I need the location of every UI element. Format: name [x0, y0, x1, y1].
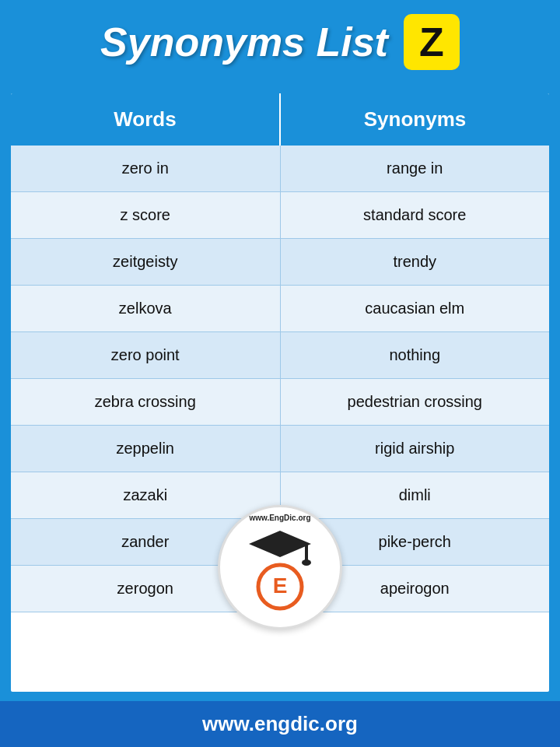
synonym-cell: caucasian elm: [280, 286, 549, 332]
synonym-cell: rigid airship: [280, 426, 549, 472]
word-cell: z score: [11, 192, 280, 239]
word-cell: zeppelin: [11, 426, 280, 472]
table-row: zelkovacaucasian elm: [11, 286, 549, 332]
word-cell: zelkova: [11, 286, 280, 332]
table-header-row: Words Synonyms: [11, 93, 549, 146]
synonym-cell: dimli: [280, 472, 549, 519]
page-header: Synonyms List Z: [0, 0, 560, 84]
word-cell: zeitgeisty: [11, 239, 280, 286]
table-row: zebra crossingpedestrian crossing: [11, 379, 549, 426]
cap-stem: [305, 544, 308, 561]
footer-url: www.engdic.org: [202, 712, 358, 735]
words-column-header: Words: [11, 93, 280, 146]
synonym-cell: nothing: [280, 332, 549, 379]
synonym-cell: standard score: [280, 192, 549, 239]
e-letter: E: [273, 573, 288, 598]
table-row: zeitgeistytrendy: [11, 239, 549, 286]
logo-svg: E: [229, 517, 331, 618]
table-row: z scorestandard score: [11, 192, 549, 239]
synonyms-column-header: Synonyms: [280, 93, 549, 146]
word-cell: zebra crossing: [11, 379, 280, 426]
logo-watermark: E www.EngDic.org: [218, 505, 342, 630]
synonym-cell: range in: [280, 146, 549, 192]
letter-badge: Z: [404, 14, 460, 70]
word-cell: zero point: [11, 332, 280, 379]
word-cell: zero in: [11, 146, 280, 192]
table-row: zeppelinrigid airship: [11, 426, 549, 472]
page-footer: www.engdic.org: [0, 701, 560, 747]
page-title: Synonyms List: [100, 19, 388, 65]
cap-icon: [249, 531, 311, 557]
synonym-cell: pedestrian crossing: [280, 379, 549, 426]
table-row: zero pointnothing: [11, 332, 549, 379]
word-cell: zazaki: [11, 472, 280, 519]
table-row: zero inrange in: [11, 146, 549, 192]
synonyms-table-container: Words Synonyms zero inrange inz scoresta…: [9, 92, 551, 693]
cap-tassel: [302, 559, 311, 566]
synonym-cell: trendy: [280, 239, 549, 286]
